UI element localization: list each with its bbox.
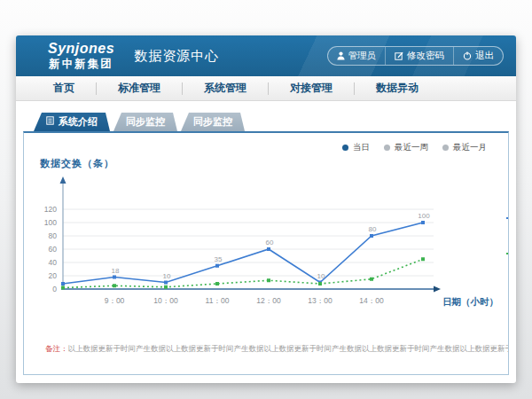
range-option-label: 最近一周 [395, 142, 428, 153]
nav-item-system-mgmt[interactable]: 系统管理 [183, 76, 268, 100]
app-window: Synjones 新中新集团 数据资源中心 管理员 修改密码 退出 [16, 35, 516, 383]
footnote-text: 以上数据更新于时间产生数据以上数据更新于时间产生数据以上数据更新于时间产生数据以… [68, 344, 510, 353]
range-option-label: 最近一月 [453, 142, 487, 153]
svg-text:0: 0 [52, 285, 57, 293]
nav-item-interface-mgmt[interactable]: 对接管理 [269, 76, 354, 100]
svg-text:60: 60 [49, 245, 58, 254]
line-chart-svg: 0204060801001209：0010：0011：0012：0013：001… [24, 170, 506, 323]
svg-text:100: 100 [418, 212, 430, 220]
current-user-button[interactable]: 管理员 [328, 47, 386, 65]
user-icon [337, 51, 345, 60]
edit-icon [395, 51, 403, 60]
document-icon [46, 113, 54, 131]
radio-selected-icon [342, 145, 348, 151]
logo-cn-text: 新中新集团 [49, 59, 113, 70]
current-user-label: 管理员 [348, 50, 377, 62]
svg-text:13：00: 13：00 [308, 296, 332, 305]
change-password-label: 修改密码 [407, 50, 444, 62]
main-nav: 首页 标准管理 系统管理 对接管理 数据异动 [16, 76, 516, 101]
range-option-today[interactable]: 当日 [342, 142, 370, 153]
tab-bar: 系统介绍 同步监控 同步监控 [34, 113, 509, 131]
logout-label: 退出 [475, 50, 494, 62]
svg-text:100: 100 [44, 218, 57, 227]
range-option-last-week[interactable]: 最近一周 [384, 142, 428, 153]
tab-system-intro[interactable]: 系统介绍 [34, 113, 110, 131]
radio-unselected-icon [442, 145, 449, 151]
svg-text:11：00: 11：00 [206, 296, 230, 305]
tab-label: 同步监控 [193, 113, 232, 131]
range-option-last-month[interactable]: 最近一月 [442, 142, 487, 153]
tab-label: 系统介绍 [59, 113, 98, 131]
chart-legend: 新增数据 更新数据 [506, 206, 509, 266]
chart-panel: 当日 最近一周 最近一月 数据交换（条） 0204060801001209：00… [23, 131, 509, 375]
svg-text:14：00: 14：00 [359, 296, 384, 305]
logout-button[interactable]: 退出 [453, 47, 503, 65]
svg-text:80: 80 [49, 231, 58, 240]
svg-text:80: 80 [369, 225, 377, 233]
logo-en-text: Synjones [48, 42, 114, 56]
svg-text:40: 40 [49, 258, 58, 267]
svg-text:60: 60 [266, 239, 274, 246]
dotted-line-icon [506, 253, 509, 254]
tab-sync-monitor-2[interactable]: 同步监控 [181, 113, 245, 131]
line-chart: 0204060801001209：0010：0011：0012：0013：001… [24, 170, 506, 326]
svg-text:18: 18 [112, 267, 120, 275]
svg-text:35: 35 [215, 255, 223, 263]
range-option-label: 当日 [353, 142, 370, 153]
svg-text:10: 10 [317, 272, 325, 280]
legend-item-new-data[interactable]: 新增数据 [506, 206, 509, 231]
page-title: 数据资源中心 [134, 48, 219, 65]
nav-item-data-change[interactable]: 数据异动 [355, 76, 440, 100]
chart-row: 0204060801001209：0010：0011：0012：0013：001… [24, 170, 508, 326]
company-logo: Synjones 新中新集团 [48, 42, 114, 70]
radio-unselected-icon [384, 145, 390, 151]
svg-text:9：00: 9：00 [105, 296, 125, 305]
nav-item-home[interactable]: 首页 [32, 76, 96, 100]
svg-text:10：00: 10：00 [153, 296, 178, 305]
legend-item-updated-data[interactable]: 更新数据 [506, 241, 509, 266]
tab-sync-monitor-1[interactable]: 同步监控 [113, 113, 177, 131]
footnote-prefix: 备注： [45, 344, 68, 353]
svg-text:12：00: 12：00 [256, 296, 281, 305]
svg-text:20: 20 [49, 271, 58, 280]
tab-label: 同步监控 [126, 113, 165, 131]
content-area: 系统介绍 同步监控 同步监控 当日 最近一周 [16, 101, 516, 383]
app-header: Synjones 新中新集团 数据资源中心 管理员 修改密码 退出 [16, 35, 516, 76]
solid-line-icon [506, 217, 509, 219]
change-password-button[interactable]: 修改密码 [385, 47, 453, 65]
footnote: 备注：以上数据更新于时间产生数据以上数据更新于时间产生数据以上数据更新于时间产生… [24, 344, 508, 355]
svg-text:日期（小时）: 日期（小时） [442, 296, 498, 308]
power-icon [463, 51, 472, 60]
nav-item-standard-mgmt[interactable]: 标准管理 [97, 76, 182, 100]
svg-text:120: 120 [44, 205, 57, 214]
time-range-selector: 当日 最近一周 最近一月 [24, 133, 508, 153]
svg-text:10: 10 [163, 272, 171, 280]
y-axis-title: 数据交换（条） [40, 157, 508, 170]
user-toolbar: 管理员 修改密码 退出 [327, 46, 505, 66]
